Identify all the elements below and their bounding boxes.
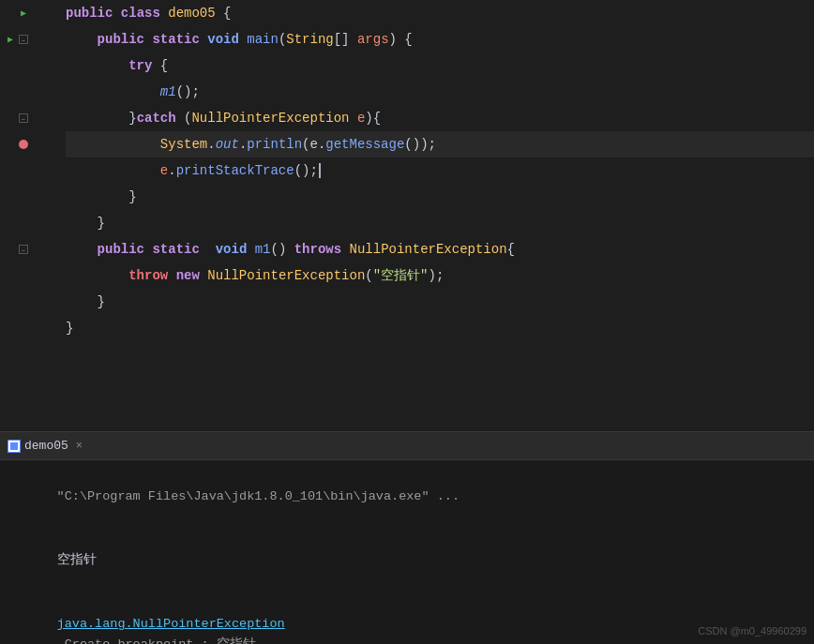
fold-icon-5[interactable]: – <box>19 113 28 123</box>
indent5 <box>66 111 128 126</box>
indent9 <box>66 216 98 231</box>
type-npe3: NullPointerException <box>207 268 365 283</box>
close-brace-m1: } <box>98 294 105 309</box>
space <box>239 32 247 47</box>
space <box>113 6 120 21</box>
gutter-row-6 <box>19 131 51 157</box>
gutter-row-7 <box>32 157 51 184</box>
code-line-7: e . printStackTrace (); <box>66 157 814 184</box>
close-paren: ) { <box>389 32 413 47</box>
editor-section: ▶ ▶ – – <box>0 0 814 431</box>
brackets: [] <box>334 32 357 47</box>
method-m1: m1 <box>160 84 176 99</box>
line-gutter: ▶ ▶ – – <box>0 0 56 431</box>
code-line-12: } <box>66 289 814 315</box>
dot3: . <box>168 163 175 178</box>
space: ( <box>176 111 192 126</box>
space <box>144 32 152 47</box>
close-brace-main: } <box>98 216 105 231</box>
code-line-8: } <box>66 184 814 210</box>
gutter-row-1: ▶ <box>21 0 51 26</box>
paren-close: ); <box>429 268 445 283</box>
type-npe2: NullPointerException <box>350 242 507 257</box>
console-tab-close-button[interactable]: × <box>76 440 83 453</box>
run-arrow-icon-2: ▶ <box>8 34 13 45</box>
space <box>200 32 207 47</box>
keyword-void2: void <box>216 242 248 257</box>
console-text-3: Create breakpoint : 空指针 <box>57 637 256 644</box>
close-brace-class: } <box>66 321 73 336</box>
paren-open: ( <box>365 268 372 283</box>
console-tab-icon <box>8 440 21 453</box>
end-call: ()); <box>404 137 436 152</box>
gutter-row-12 <box>32 289 51 315</box>
code-line-3: try { <box>66 52 814 79</box>
space <box>144 242 152 257</box>
method-printstacktrace: printStackTrace <box>176 163 294 178</box>
gutter-row-10: – <box>19 236 51 262</box>
code-line-4: m1 (); <box>66 79 814 105</box>
class-demo05: demo05 <box>168 6 215 21</box>
open-brace-m1: { <box>507 242 515 257</box>
indent3 <box>66 58 128 73</box>
code-line-1: public class demo05 { <box>66 0 814 26</box>
console-tab-bar: demo05 × <box>0 432 814 460</box>
code-line-5: } catch ( NullPointerException e ){ <box>66 105 814 131</box>
keyword-public: public <box>66 6 113 21</box>
class-system: System <box>160 137 207 152</box>
gutter-row-13 <box>32 315 51 341</box>
watermark: CSDN @m0_49960299 <box>698 625 806 637</box>
keyword-static2: static <box>152 242 199 257</box>
console-text-1: "C:\Program Files\Java\jdk1.8.0_101\bin\… <box>57 489 460 503</box>
space <box>349 111 356 126</box>
close-brace-catch: } <box>128 189 136 204</box>
indent6 <box>66 137 160 152</box>
npe-link[interactable]: java.lang.NullPointerException <box>57 617 285 631</box>
call: (); <box>176 84 200 99</box>
code-line-6: System . out . println (e. getMessage ()… <box>66 131 814 157</box>
param-args: args <box>357 32 389 47</box>
method-m1-decl: m1 <box>255 242 271 257</box>
call-e: (e. <box>302 137 325 152</box>
keyword-class: class <box>121 6 160 21</box>
gutter-row-4 <box>32 79 51 105</box>
console-text-2: 空指针 <box>57 553 97 567</box>
space: { <box>152 58 168 73</box>
console-tab-label[interactable]: demo05 <box>24 439 68 453</box>
close-catch-paren: ){ <box>365 111 381 126</box>
space6 <box>200 268 207 283</box>
type-string: String <box>286 32 333 47</box>
code-area: ▶ ▶ – – <box>0 0 814 431</box>
param-e: e <box>357 111 365 126</box>
space4 <box>341 242 349 257</box>
keyword-new: new <box>176 268 200 283</box>
gutter-row-9 <box>32 210 51 236</box>
type-npe: NullPointerException <box>191 111 349 126</box>
breakpoint-6[interactable] <box>19 140 28 149</box>
field-out: out <box>216 137 239 152</box>
keyword-public3: public <box>98 242 144 257</box>
space5 <box>168 268 175 283</box>
console-output: "C:\Program Files\Java\jdk1.8.0_101\bin\… <box>0 460 814 644</box>
gutter-row-5: – <box>19 105 51 131</box>
method-getmessage: getMessage <box>325 137 404 152</box>
indent8 <box>66 189 128 204</box>
params2: () <box>271 242 294 257</box>
indent7 <box>66 163 160 178</box>
fold-icon-2[interactable]: – <box>19 35 28 44</box>
indent4 <box>66 84 160 99</box>
keyword-throws: throws <box>294 242 341 257</box>
close-try: } <box>128 111 136 126</box>
indent2 <box>66 32 98 47</box>
fold-icon-10[interactable]: – <box>19 245 28 254</box>
run-arrow-icon: ▶ <box>21 7 26 19</box>
console-line-3: java.lang.NullPointerException Create br… <box>11 593 803 644</box>
code-line-2: public static void main ( String [] args… <box>66 26 814 52</box>
keyword-try: try <box>128 58 152 73</box>
method-main: main <box>247 32 279 47</box>
console-section: demo05 × "C:\Program Files\Java\jdk1.8.0… <box>0 431 814 644</box>
console-line-1: "C:\Program Files\Java\jdk1.8.0_101\bin\… <box>11 466 803 528</box>
space <box>160 6 168 21</box>
keyword-catch: catch <box>137 111 176 126</box>
dot2: . <box>239 137 247 152</box>
